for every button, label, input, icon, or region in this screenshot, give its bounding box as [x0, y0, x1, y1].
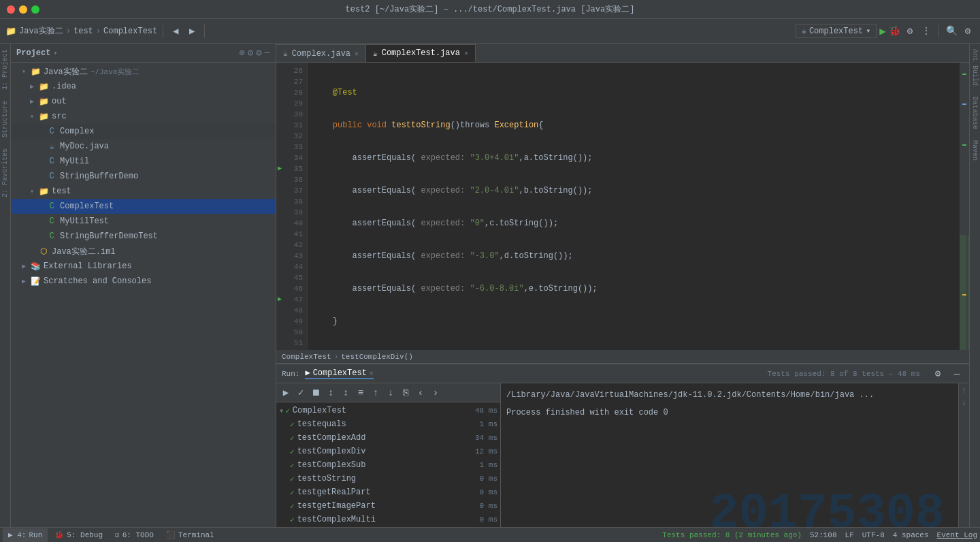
close-button[interactable]	[7, 5, 15, 14]
test-item-testgetimagepart[interactable]: ✓ testgetImagePart 0 ms	[276, 499, 500, 513]
project-dropdown[interactable]: ▾	[53, 49, 57, 57]
code-content[interactable]: @Test public void testtoString()throws E…	[308, 63, 960, 350]
test-file-icon: C	[46, 201, 57, 212]
tree-root[interactable]: ▾ 📁 Java实验二 ~/Java实验二	[11, 64, 276, 79]
prev-icon[interactable]: ‹	[414, 386, 427, 400]
test-item-testcomplexdiv[interactable]: ✓ testComplexDiv 12 ms	[276, 445, 500, 458]
next-icon[interactable]: ›	[429, 386, 442, 400]
collapse-icon[interactable]: ⚙	[248, 47, 253, 59]
test-item-testtostring[interactable]: ✓ testtoString 0 ms	[276, 472, 500, 485]
test-item-testequals[interactable]: ✓ testequals 1 ms	[276, 417, 500, 431]
position-status[interactable]: 52:108	[810, 531, 837, 539]
test-item-testgetrealpart[interactable]: ✓ testgetRealPart 0 ms	[276, 485, 500, 499]
tree-myutiltest[interactable]: C MyUtilTest	[11, 214, 276, 229]
mydoc-label: MyDoc.java	[60, 142, 109, 151]
settings-icon[interactable]: ⚙	[961, 25, 975, 38]
rerun-icon[interactable]: ▶	[279, 386, 293, 400]
tree-idea[interactable]: ▶ 📁 .idea	[11, 79, 276, 94]
test-time-testgetrealpart: 0 ms	[480, 488, 497, 496]
window-controls[interactable]	[7, 5, 39, 14]
tree-out[interactable]: ▶ 📁 out	[11, 94, 276, 109]
tree-test[interactable]: ▾ 📁 test	[11, 184, 276, 199]
ant-build-tab[interactable]: Ant Build	[970, 44, 980, 91]
tree-stringbufferdemo[interactable]: C StringBufferDemo	[11, 169, 276, 184]
event-log-link[interactable]: Event Log	[937, 531, 977, 539]
forward-icon[interactable]: ▶	[185, 25, 199, 38]
database-tab[interactable]: Database	[970, 91, 980, 135]
tab-close-complextest[interactable]: ✕	[464, 49, 468, 57]
code-editor[interactable]: 26 27 28 29 30 31 32 33 34 ▶35 36 37 38 …	[276, 63, 969, 350]
settings-icon-run[interactable]: ⚙	[931, 367, 945, 381]
indent-status[interactable]: 4 spaces	[893, 531, 929, 539]
minimap-bg	[966, 63, 968, 350]
next-fail-icon[interactable]: ↓	[384, 386, 397, 400]
line-num-52: 52	[276, 349, 307, 350]
more-button[interactable]: ⋮	[919, 25, 933, 38]
test-item-testcomplexmulti[interactable]: ✓ testComplexMulti 0 ms	[276, 513, 500, 526]
test-item-testcomplexadd[interactable]: ✓ testComplexAdd 34 ms	[276, 431, 500, 445]
line-num-41: 41	[276, 229, 307, 240]
test-arrow: ▾	[30, 187, 38, 195]
debug-button[interactable]: 🐞	[889, 25, 900, 37]
tab-complextest-java[interactable]: ☕ ComplexTest.java ✕	[366, 44, 476, 62]
tree-complextest[interactable]: C ComplexTest	[11, 199, 276, 214]
maven-tab[interactable]: Maven	[970, 135, 980, 166]
code-line-34	[313, 349, 954, 350]
code-scrollbar[interactable]	[960, 63, 969, 350]
tab-run[interactable]: ▶ ComplexTest ✕	[305, 368, 373, 379]
idea-arrow: ▶	[30, 82, 38, 91]
scroll-up-icon[interactable]: ↑	[962, 386, 966, 396]
btab-debug[interactable]: 🐞 5: Debug	[49, 528, 108, 542]
btab-run[interactable]: ▶ 4: Run	[3, 528, 48, 542]
encoding-status[interactable]: UTF-8	[862, 531, 885, 539]
iml-label: Java实验二.iml	[52, 246, 116, 257]
close-panel-icon[interactable]: —	[265, 47, 270, 59]
scroll-down-icon[interactable]: ↓	[962, 398, 966, 408]
prev-fail-icon[interactable]: ↑	[369, 386, 382, 400]
right-panel: Ant Build Database Maven	[969, 44, 980, 527]
tab-complex-java[interactable]: ☕ Complex.java ✕	[276, 44, 366, 62]
toolbar-separator	[163, 25, 163, 38]
test-item-testcomplexsub[interactable]: ✓ testComplexSub 1 ms	[276, 458, 500, 472]
tab-icon-complextest: ☕	[373, 49, 378, 58]
line-num-38: 38	[276, 196, 307, 207]
btab-todo[interactable]: ☑ 6: TODO	[110, 528, 159, 542]
minimize-button[interactable]	[19, 5, 27, 14]
close-run-icon[interactable]: —	[950, 367, 964, 381]
coverage-button[interactable]: ⚙	[903, 25, 917, 38]
sort-alpha-icon[interactable]: ↕	[324, 386, 338, 400]
root-label: Java实验二	[44, 66, 88, 78]
line-ending-status[interactable]: LF	[845, 531, 854, 539]
list-view-icon[interactable]: ≡	[354, 386, 368, 400]
debug-icon: 🐞	[54, 530, 64, 539]
search-icon[interactable]: 🔍	[945, 25, 958, 38]
tree-src[interactable]: ▾ 📁 src	[11, 109, 276, 124]
sidebar-item-favorites[interactable]: 2: Favorites	[1, 143, 10, 203]
sort-dur-icon[interactable]: ↕	[339, 386, 353, 400]
tree-external-libs[interactable]: ▶ 📚 External Libraries	[11, 259, 276, 274]
el-label: External Libraries	[44, 261, 132, 271]
tree-iml[interactable]: ⬡ Java实验二.iml	[11, 244, 276, 259]
tree-sbdtest[interactable]: C StringBufferDemoTest	[11, 229, 276, 244]
rerun-failed-icon[interactable]: ✓	[294, 386, 308, 400]
sidebar-item-structure[interactable]: Structure	[1, 95, 10, 143]
title-bar: test2 [~/Java实验二] – .../test/ComplexTest…	[0, 0, 980, 19]
run-config-selector[interactable]: ☕ ComplexTest ▾	[796, 24, 877, 38]
stop-test-icon[interactable]: ⏹	[309, 386, 323, 400]
tab-close-complex[interactable]: ✕	[355, 50, 359, 58]
tree-mydoc[interactable]: ☕ MyDoc.java	[11, 139, 276, 154]
back-icon[interactable]: ◀	[169, 25, 182, 38]
tree-scratches[interactable]: ▶ 📝 Scratches and Consoles	[11, 274, 276, 289]
export-icon[interactable]: ⎘	[399, 386, 412, 400]
run-tab-close[interactable]: ✕	[370, 369, 374, 377]
tree-complex[interactable]: C Complex	[11, 124, 276, 139]
test-item-complextest[interactable]: ▾ ✓ ComplexTest 48 ms	[276, 404, 500, 417]
tree-myutil[interactable]: C MyUtil	[11, 154, 276, 169]
locate-icon[interactable]: ⊕	[239, 47, 244, 59]
sidebar-item-project[interactable]: 1: Project	[1, 44, 10, 95]
run-button[interactable]: ▶	[879, 25, 886, 38]
test-name-testequals: testequals	[297, 419, 480, 429]
maximize-button[interactable]	[31, 5, 39, 14]
btab-terminal[interactable]: ⬛ Terminal	[161, 528, 220, 542]
settings-icon[interactable]: ⚙	[256, 47, 261, 59]
